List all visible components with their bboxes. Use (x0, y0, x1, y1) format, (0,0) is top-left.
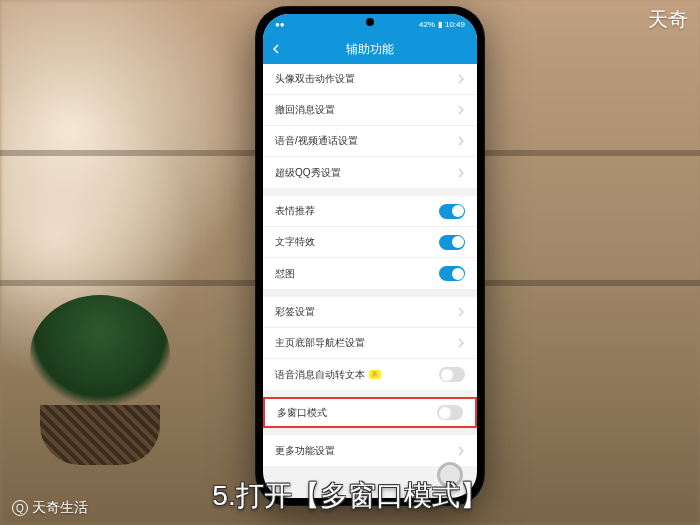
chevron-right-icon (457, 105, 465, 115)
settings-row[interactable]: 超级QQ秀设置 (263, 157, 477, 188)
row-label: 多窗口模式 (277, 406, 327, 420)
battery-icon: ▮ (438, 20, 442, 29)
toggle-switch[interactable] (439, 367, 465, 382)
row-label-text: 怼图 (275, 267, 295, 281)
page-header: 辅助功能 (263, 34, 477, 64)
status-left: ●● (275, 20, 285, 29)
plant-decoration (30, 295, 170, 415)
watermark-icon: Q (12, 500, 28, 516)
row-label: 更多功能设置 (275, 444, 335, 458)
settings-section: 多窗口模式 (263, 397, 477, 428)
back-button[interactable] (271, 44, 281, 54)
page-title: 辅助功能 (346, 41, 394, 58)
row-label-text: 文字特效 (275, 235, 315, 249)
chevron-right-icon (457, 74, 465, 84)
new-badge: 新 (369, 370, 381, 379)
settings-section: 头像双击动作设置撤回消息设置语音/视频通话设置超级QQ秀设置 (263, 64, 477, 188)
camera-notch (366, 18, 374, 26)
row-label: 语音/视频通话设置 (275, 134, 358, 148)
row-label: 文字特效 (275, 235, 315, 249)
chevron-right-icon (457, 168, 465, 178)
toggle-switch[interactable] (439, 235, 465, 250)
toggle-knob (439, 407, 451, 419)
settings-row[interactable]: 怼图 (263, 258, 477, 289)
toggle-knob (452, 268, 464, 280)
row-label: 表情推荐 (275, 204, 315, 218)
row-label-text: 撤回消息设置 (275, 103, 335, 117)
toggle-switch[interactable] (437, 405, 463, 420)
settings-row[interactable]: 彩签设置 (263, 297, 477, 328)
row-label-text: 彩签设置 (275, 305, 315, 319)
chevron-right-icon (457, 307, 465, 317)
row-label: 语音消息自动转文本新 (275, 368, 381, 382)
row-label-text: 多窗口模式 (277, 406, 327, 420)
settings-list: 头像双击动作设置撤回消息设置语音/视频通话设置超级QQ秀设置表情推荐文字特效怼图… (263, 64, 477, 466)
row-label-text: 语音/视频通话设置 (275, 134, 358, 148)
watermark-top: 天奇 (648, 6, 688, 33)
status-right: 42% ▮ 10:49 (419, 20, 465, 29)
toggle-switch[interactable] (439, 266, 465, 281)
settings-row[interactable]: 主页底部导航栏设置 (263, 328, 477, 359)
settings-row[interactable]: 文字特效 (263, 227, 477, 258)
settings-section: 表情推荐文字特效怼图 (263, 196, 477, 289)
settings-section: 彩签设置主页底部导航栏设置语音消息自动转文本新 (263, 297, 477, 390)
row-label: 头像双击动作设置 (275, 72, 355, 86)
settings-section: 更多功能设置 (263, 435, 477, 466)
toggle-knob (452, 236, 464, 248)
row-label: 主页底部导航栏设置 (275, 336, 365, 350)
instruction-caption: 5.打开【多窗口模式】 (212, 477, 487, 515)
settings-row[interactable]: 语音/视频通话设置 (263, 126, 477, 157)
row-label: 彩签设置 (275, 305, 315, 319)
chevron-right-icon (457, 446, 465, 456)
toggle-knob (452, 205, 464, 217)
time-text: 10:49 (445, 20, 465, 29)
settings-row[interactable]: 表情推荐 (263, 196, 477, 227)
row-label-text: 主页底部导航栏设置 (275, 336, 365, 350)
toggle-switch[interactable] (439, 204, 465, 219)
chevron-right-icon (457, 338, 465, 348)
phone-screen: ●● 42% ▮ 10:49 辅助功能 头像双击动作设置撤回消息设置语音/视频通… (263, 14, 477, 498)
basket-decoration (40, 405, 160, 465)
row-label-text: 更多功能设置 (275, 444, 335, 458)
settings-row[interactable]: 语音消息自动转文本新 (263, 359, 477, 390)
row-label: 撤回消息设置 (275, 103, 335, 117)
row-label-text: 表情推荐 (275, 204, 315, 218)
row-label-text: 头像双击动作设置 (275, 72, 355, 86)
section-gap (263, 289, 477, 297)
settings-row[interactable]: 更多功能设置 (263, 435, 477, 466)
row-label-text: 语音消息自动转文本 (275, 368, 365, 382)
settings-row[interactable]: 多窗口模式 (263, 397, 477, 428)
watermark-bottom: Q 天奇生活 (12, 499, 88, 517)
toggle-knob (441, 369, 453, 381)
battery-text: 42% (419, 20, 435, 29)
settings-row[interactable]: 头像双击动作设置 (263, 64, 477, 95)
section-gap (263, 188, 477, 196)
watermark-bottom-text: 天奇生活 (32, 499, 88, 517)
phone-frame: ●● 42% ▮ 10:49 辅助功能 头像双击动作设置撤回消息设置语音/视频通… (255, 6, 485, 506)
row-label: 怼图 (275, 267, 295, 281)
row-label-text: 超级QQ秀设置 (275, 166, 341, 180)
row-label: 超级QQ秀设置 (275, 166, 341, 180)
chevron-right-icon (457, 136, 465, 146)
section-gap (263, 427, 477, 435)
settings-row[interactable]: 撤回消息设置 (263, 95, 477, 126)
